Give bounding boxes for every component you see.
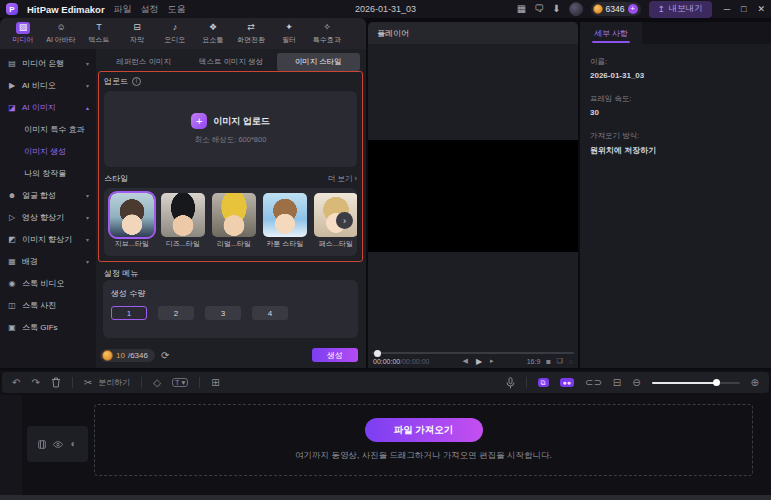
menu-file[interactable]: 파일 (114, 3, 132, 16)
tab-subtitle[interactable]: ⊟ 자막 (118, 22, 156, 45)
menu-help[interactable]: 도움 (168, 3, 186, 16)
fullscreen-icon[interactable]: ◌ (569, 358, 573, 365)
image-upload-dropzone[interactable]: + 이미지 업로드 최소 해상도: 600*800 (104, 91, 357, 167)
quantity-option-4[interactable]: 4 (252, 306, 288, 320)
timeline-section: ↶ ↷ ✂ 분리하기 ◇ T ▾ ⊞ (0, 370, 771, 500)
sidebar-item-image-enhancer[interactable]: ◩ 이미지 향상기 ▾ (0, 228, 96, 250)
credits-badge[interactable]: 6346 + (591, 2, 641, 16)
quantity-option-3[interactable]: 3 (205, 306, 241, 320)
prev-frame-icon[interactable]: ◀ (463, 357, 468, 366)
generate-button[interactable]: 생성 (312, 348, 358, 362)
style-option-disney[interactable]: 디즈...타일 (161, 193, 205, 256)
tab-effects[interactable]: ✧ 특수효과 (308, 22, 346, 45)
play-icon[interactable]: ▶ (476, 357, 482, 366)
field-framerate-label: 프레임 속도: (590, 94, 761, 104)
sidebar-item-my-creations[interactable]: 나의 창작물 (0, 162, 96, 184)
sidebar-item-stock-photo[interactable]: ◫ 스톡 사진 (0, 294, 96, 316)
split-label[interactable]: 분리하기 (98, 377, 130, 388)
snapshot-icon[interactable]: ◙ (546, 358, 550, 365)
credit-cost-badge: 10/6346 (100, 349, 155, 362)
close-button[interactable]: ✕ (757, 4, 765, 14)
eye-icon[interactable] (53, 441, 63, 448)
unlink-icon[interactable]: ⊂⊃ (585, 378, 602, 388)
title-bar: P HitPaw Edimakor 파일 설정 도움 2026-01-31_03… (0, 0, 771, 18)
see-more-link[interactable]: 더 보기 › (328, 174, 357, 184)
current-time: 00:00:00 (373, 358, 400, 365)
tab-filters[interactable]: ✦ 필터 (270, 22, 308, 45)
delete-icon[interactable] (51, 377, 61, 388)
sidebar-item-face-swap[interactable]: ☻ 얼굴 합성 ▾ (0, 184, 96, 206)
microphone-icon[interactable] (506, 377, 515, 389)
magnet-snap-icon[interactable]: ●● (560, 378, 574, 387)
sidebar-item-media-bank[interactable]: ▤ 미디어 은행 ▾ (0, 52, 96, 74)
mask-icon[interactable]: ◇ (153, 378, 161, 388)
info-icon[interactable]: i (132, 77, 141, 86)
style-option-ghibli[interactable]: 지브...타일 (110, 193, 154, 256)
feedback-icon[interactable]: 🗨 (534, 4, 544, 14)
download-icon[interactable]: ⬇ (552, 4, 560, 14)
tab-transitions[interactable]: ⇄ 화면전환 (232, 22, 270, 45)
style-thumbnail[interactable] (263, 193, 307, 237)
tab-text-to-image[interactable]: 텍스트 이미지 생성 (189, 53, 272, 71)
credits-count: 6346 (606, 4, 625, 14)
mute-icon[interactable]: ◐ (70, 439, 76, 449)
minimize-button[interactable]: ─ (724, 4, 730, 14)
scissors-icon[interactable]: ✂ (84, 378, 92, 388)
fit-screen-icon[interactable]: ❏ (557, 357, 563, 365)
avatar[interactable] (569, 2, 583, 16)
app-window: P HitPaw Edimakor 파일 설정 도움 2026-01-31_03… (0, 0, 771, 500)
video-enhance-icon: ▷ (7, 213, 17, 222)
tab-image-style[interactable]: 이미지 스타일 (277, 53, 360, 71)
tab-text[interactable]: T 텍스트 (80, 22, 118, 45)
tab-media[interactable]: ▨ 미디어 (4, 22, 42, 45)
plus-icon[interactable]: + (191, 113, 207, 129)
import-file-button[interactable]: 파일 가져오기 (365, 418, 483, 442)
player-scrubber[interactable] (372, 352, 574, 354)
tab-elements[interactable]: ❖ 요소들 (194, 22, 232, 45)
next-frame-icon[interactable]: ▸ (490, 357, 494, 366)
zoom-out-icon[interactable]: ⊖ (632, 378, 640, 388)
sidebar-item-image-generation[interactable]: 이미지 생성 (0, 140, 96, 162)
media-dropzone[interactable]: 파일 가져오기 여기까지 동영상, 사진을 드래그하거나 가져오면 편집을 시작… (94, 404, 753, 476)
quantity-option-2[interactable]: 2 (158, 306, 194, 320)
timeline-zoom-slider[interactable] (652, 382, 740, 384)
redo-icon[interactable]: ↷ (31, 378, 39, 388)
add-credits-icon[interactable]: + (628, 4, 638, 14)
quantity-option-1[interactable]: 1 (111, 306, 147, 320)
sidebar-item-stock-gifs[interactable]: ▣ 스톡 GIFs (0, 316, 96, 338)
aspect-ratio-select[interactable]: 16:9 (527, 358, 541, 365)
next-styles-button[interactable]: › (336, 212, 353, 229)
style-thumbnail[interactable] (161, 193, 205, 237)
coin-icon (102, 350, 113, 361)
sidebar-item-image-effects[interactable]: 이미지 특수 효과 (0, 118, 96, 140)
style-thumbnail[interactable] (212, 193, 256, 237)
style-option-cartoon[interactable]: 카툰 스타일 (263, 193, 307, 256)
sidebar-item-background[interactable]: ▦ 배경 ▾ (0, 250, 96, 272)
sidebar-item-video-enhancer[interactable]: ▷ 영상 향상기 ▾ (0, 206, 96, 228)
style-option-realistic[interactable]: 리얼...타일 (212, 193, 256, 256)
text-tool-icon[interactable]: T ▾ (172, 378, 188, 388)
chevron-down-icon: ▾ (86, 236, 89, 243)
sidebar-item-ai-image[interactable]: ◪ AI 이미지 ▴ (0, 96, 96, 118)
tab-ai-avatar[interactable]: ☺ AI 아바타 (42, 22, 80, 45)
add-keyframe-icon[interactable]: ⊞ (211, 378, 219, 388)
maximize-button[interactable]: □ (741, 4, 746, 14)
tab-audio[interactable]: ♪ 오디오 (156, 22, 194, 45)
undo-icon[interactable]: ↶ (12, 378, 20, 388)
tab-reference-image[interactable]: 레퍼런스 이미지 (102, 53, 185, 71)
video-preview[interactable] (368, 140, 578, 252)
fit-timeline-icon[interactable]: ⊟ (613, 378, 621, 388)
style-thumbnail[interactable] (110, 193, 154, 237)
tab-details[interactable]: 세부 사항 (580, 22, 642, 44)
link-clips-icon[interactable]: ⧉ (538, 378, 549, 387)
sidebar-item-stock-video[interactable]: ◉ 스톡 비디오 (0, 272, 96, 294)
refresh-icon[interactable]: ⟳ (161, 350, 169, 361)
sidebar-item-ai-video[interactable]: ▶ AI 비디오 ▾ (0, 74, 96, 96)
export-button[interactable]: ↥ 내보내기 (649, 1, 712, 18)
zoom-in-icon[interactable]: ⊕ (751, 378, 759, 388)
zoom-slider-handle[interactable] (713, 379, 720, 386)
timeline-scrollbar[interactable] (0, 495, 771, 500)
menu-settings[interactable]: 설정 (141, 3, 159, 16)
layout-icon[interactable]: ▦ (517, 4, 526, 14)
image-generation-panel: 레퍼런스 이미지 텍스트 이미지 생성 이미지 스타일 업로드 i + 이미지 … (96, 49, 366, 368)
